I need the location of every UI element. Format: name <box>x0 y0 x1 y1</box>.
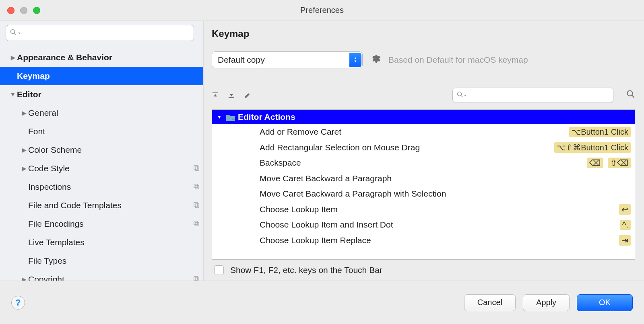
shortcut-badge: ⇥ <box>619 235 631 246</box>
group-title: Editor Actions <box>238 112 295 122</box>
sidebar-item-label: Copyright <box>28 275 193 281</box>
layers-icon <box>193 220 199 228</box>
sidebar-item-live-templates[interactable]: Live Templates <box>0 233 203 252</box>
svg-rect-3 <box>195 167 199 170</box>
sidebar-item-appearance-behavior[interactable]: ▶Appearance & Behavior <box>0 48 203 67</box>
touch-bar-checkbox-label: Show F1, F2, etc. keys on the Touch Bar <box>230 265 382 275</box>
sidebar-item-label: Inspections <box>28 182 193 192</box>
window-title: Preferences <box>0 6 644 15</box>
shortcut-badge: ⌫ <box>587 158 603 168</box>
sidebar-item-code-style[interactable]: ▶Code Style <box>0 159 203 178</box>
sidebar-item-file-and-code-templates[interactable]: File and Code Templates <box>0 196 203 215</box>
sidebar-item-label: General <box>28 108 199 118</box>
sidebar-item-color-scheme[interactable]: ▶Color Scheme <box>0 141 203 159</box>
svg-rect-5 <box>195 185 199 189</box>
svg-line-19 <box>632 95 634 97</box>
action-row[interactable]: Add or Remove Caret⌥Button1 Click <box>212 124 635 140</box>
actions-panel: ▼ Editor Actions Add or Remove Caret⌥But… <box>212 109 635 260</box>
collapse-all-button[interactable] <box>228 92 235 99</box>
action-row[interactable]: Add Rectangular Selection on Mouse Drag⌥… <box>212 140 635 156</box>
edit-icon[interactable] <box>244 92 251 99</box>
action-row[interactable]: Choose Lookup Item↩ <box>212 202 635 217</box>
svg-line-20 <box>634 97 634 98</box>
filter-actions-input[interactable]: ▼ <box>452 88 613 103</box>
chevron-right-icon: ▶ <box>20 110 28 116</box>
dialog-footer: ? Cancel Apply OK <box>0 281 644 324</box>
sidebar-item-inspections[interactable]: Inspections <box>0 178 203 196</box>
sidebar-item-label: Editor <box>17 90 199 99</box>
action-label: Choose Lookup Item <box>260 205 614 214</box>
shortcut-badge: ⌥⇧⌘Button1 Click <box>554 142 631 153</box>
search-icon <box>10 29 17 37</box>
action-row[interactable]: Move Caret Backward a Paragraph with Sel… <box>212 186 635 202</box>
sidebar-item-label: Live Templates <box>28 238 199 247</box>
sidebar-item-general[interactable]: ▶General <box>0 104 203 122</box>
chevron-right-icon: ▶ <box>20 276 28 281</box>
svg-marker-13 <box>214 94 217 96</box>
preferences-tree: ▶Appearance & BehaviorKeymap▼Editor▶Gene… <box>0 45 203 281</box>
layers-icon <box>193 164 199 172</box>
sidebar-item-label: Keymap <box>17 71 199 81</box>
svg-rect-10 <box>194 277 198 280</box>
shortcut-badge: ⌥Button1 Click <box>569 127 631 137</box>
help-button[interactable]: ? <box>11 296 25 310</box>
svg-line-17 <box>461 95 462 97</box>
svg-point-16 <box>458 92 462 96</box>
preferences-sidebar: ▼ ▶Appearance & BehaviorKeymap▼Editor▶Ge… <box>0 21 203 281</box>
find-by-shortcut-button[interactable] <box>626 90 635 101</box>
sidebar-item-keymap[interactable]: Keymap <box>0 67 203 85</box>
action-row[interactable]: Move Caret Backward a Paragraph <box>212 171 635 187</box>
svg-rect-12 <box>213 92 218 93</box>
search-history-chevron-icon[interactable]: ▼ <box>463 94 467 97</box>
layers-icon <box>193 201 199 209</box>
svg-rect-6 <box>194 203 198 206</box>
search-icon <box>457 91 463 100</box>
action-row[interactable]: Choose Lookup Item Replace⇥ <box>212 233 635 248</box>
cancel-button[interactable]: Cancel <box>464 294 516 311</box>
layers-icon <box>193 183 199 191</box>
chevron-right-icon: ▶ <box>20 147 28 153</box>
svg-line-1 <box>14 33 16 35</box>
expand-all-button[interactable] <box>212 92 219 99</box>
sidebar-item-font[interactable]: Font <box>0 122 203 141</box>
action-row[interactable]: Choose Lookup Item and Insert Dot^. <box>212 217 635 233</box>
action-group-header[interactable]: ▼ Editor Actions <box>212 110 635 124</box>
titlebar: Preferences <box>0 0 644 21</box>
based-on-label: Based on Default for macOS keymap <box>388 55 528 65</box>
sidebar-item-editor[interactable]: ▼Editor <box>0 85 203 104</box>
apply-button[interactable]: Apply <box>523 294 570 311</box>
action-label: Choose Lookup Item Replace <box>260 236 614 245</box>
ok-button[interactable]: OK <box>577 294 633 311</box>
shortcut-badge: ^. <box>620 220 631 230</box>
svg-rect-7 <box>195 204 199 207</box>
action-label: Add Rectangular Selection on Mouse Drag <box>260 143 549 152</box>
shortcut-badge: ⇧⌫ <box>608 158 631 168</box>
svg-rect-8 <box>194 221 198 225</box>
keymap-select-value: Default copy <box>218 55 265 65</box>
sidebar-item-file-encodings[interactable]: File Encodings <box>0 215 203 233</box>
action-label: Choose Lookup Item and Insert Dot <box>260 220 615 230</box>
sidebar-search-input[interactable]: ▼ <box>6 25 194 41</box>
svg-rect-15 <box>229 97 234 98</box>
shortcut-badge: ↩ <box>619 204 631 215</box>
keymap-select[interactable]: Default copy ▲▼ <box>212 51 363 68</box>
action-row[interactable]: Backspace⌫⇧⌫ <box>212 155 635 171</box>
svg-marker-14 <box>230 94 233 96</box>
action-label: Move Caret Backward a Paragraph with Sel… <box>260 189 631 199</box>
action-label: Backspace <box>260 158 582 168</box>
chevron-right-icon: ▶ <box>9 54 17 61</box>
sidebar-item-label: Font <box>28 127 199 136</box>
svg-rect-4 <box>194 184 198 188</box>
touch-bar-checkbox[interactable] <box>214 265 224 275</box>
folder-icon <box>226 114 234 120</box>
select-arrows-icon: ▲▼ <box>349 53 361 67</box>
sidebar-item-label: File Types <box>28 256 199 266</box>
sidebar-item-file-types[interactable]: File Types <box>0 252 203 270</box>
search-history-chevron-icon[interactable]: ▼ <box>17 31 21 35</box>
chevron-right-icon: ▶ <box>20 165 28 172</box>
sidebar-item-label: File Encodings <box>28 219 193 229</box>
sidebar-item-label: Color Scheme <box>28 145 199 155</box>
sidebar-item-copyright[interactable]: ▶Copyright <box>0 270 203 281</box>
svg-rect-2 <box>194 166 198 169</box>
gear-icon[interactable] <box>371 54 380 66</box>
